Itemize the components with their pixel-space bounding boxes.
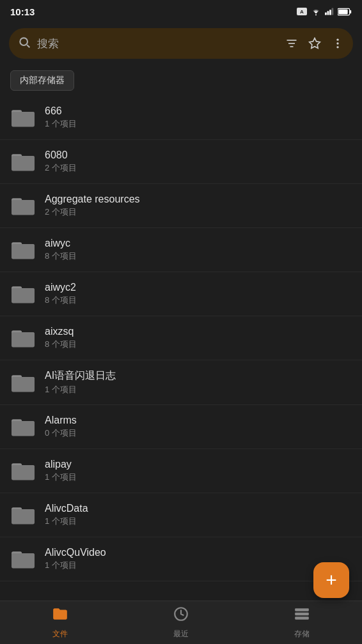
folder-name: 6080 — [45, 150, 77, 161]
folder-icon — [10, 105, 36, 130]
folder-icon — [10, 281, 36, 307]
folder-icon — [10, 149, 36, 174]
svg-point-16 — [336, 46, 338, 48]
search-bar[interactable]: 搜索 — [9, 28, 353, 59]
svg-rect-2 — [327, 11, 329, 15]
folder-icon — [10, 325, 36, 351]
folder-icon — [10, 237, 36, 263]
star-icon[interactable] — [308, 37, 321, 50]
svg-rect-7 — [338, 9, 347, 14]
breadcrumb-button[interactable]: 内部存储器 — [10, 70, 74, 91]
network-icon: A — [297, 8, 307, 15]
battery-icon — [338, 8, 352, 16]
svg-rect-25 — [12, 200, 35, 214]
list-item[interactable]: Aggregate resources 2 个项目 — [0, 184, 362, 228]
bottom-nav: 文件 最近 存储 — [0, 601, 362, 644]
svg-point-0 — [315, 14, 317, 15]
list-item[interactable]: AI语音闪退日志 1 个项目 — [0, 360, 362, 405]
wifi-icon — [311, 7, 321, 16]
nav-icon-recent — [173, 606, 189, 626]
folder-name: alipay — [45, 459, 77, 470]
folder-name: 666 — [45, 105, 77, 117]
folder-name: AlivcData — [45, 503, 88, 514]
search-placeholder: 搜索 — [37, 36, 285, 51]
list-item[interactable]: 6080 2 个项目 — [0, 140, 362, 184]
svg-rect-51 — [295, 608, 309, 611]
folder-icon — [10, 546, 36, 572]
folder-icon — [10, 414, 36, 440]
list-item[interactable]: aixzsq 8 个项目 — [0, 316, 362, 360]
folder-count: 0 个项目 — [45, 427, 77, 439]
svg-marker-13 — [310, 38, 320, 49]
folder-count: 1 个项目 — [45, 560, 106, 571]
folder-count: 8 个项目 — [45, 250, 77, 262]
folder-name: aixzsq — [45, 326, 77, 337]
svg-point-8 — [20, 38, 28, 45]
content-area: 内部存储器 666 1 个项目 6080 2 个项目 — [0, 65, 362, 635]
folder-name: aiwyc2 — [45, 282, 77, 293]
svg-point-14 — [336, 39, 338, 41]
svg-rect-37 — [12, 377, 35, 391]
svg-point-15 — [336, 42, 338, 44]
svg-line-9 — [27, 45, 29, 47]
nav-label-storage: 存储 — [294, 629, 310, 640]
list-item[interactable]: aiwyc 8 个项目 — [0, 228, 362, 272]
svg-rect-4 — [332, 8, 334, 15]
more-icon[interactable] — [331, 37, 344, 50]
folder-list: 666 1 个项目 6080 2 个项目 Aggregate resources… — [0, 93, 362, 584]
folder-name: AlivcQuVideo — [45, 547, 106, 558]
signal-icon — [325, 7, 334, 16]
list-item[interactable]: AlivcQuVideo 1 个项目 — [0, 537, 362, 581]
fab-add-button[interactable]: + — [313, 562, 349, 598]
svg-rect-3 — [329, 10, 331, 15]
folder-count: 1 个项目 — [45, 471, 77, 483]
folder-icon — [10, 502, 36, 528]
folder-icon — [10, 370, 36, 395]
status-bar: 10:13 A — [0, 0, 362, 23]
list-item[interactable]: AlivcData 1 个项目 — [0, 493, 362, 537]
folder-count: 1 个项目 — [45, 384, 116, 395]
svg-rect-52 — [295, 613, 309, 615]
list-item[interactable]: Alarms 0 个项目 — [0, 405, 362, 449]
folder-count: 2 个项目 — [45, 162, 77, 174]
folder-name: Alarms — [45, 415, 77, 426]
status-icons: A — [297, 7, 352, 16]
svg-rect-19 — [12, 112, 35, 126]
svg-rect-22 — [12, 156, 35, 170]
status-time: 10:13 — [10, 6, 35, 17]
svg-rect-34 — [12, 332, 35, 346]
folder-count: 1 个项目 — [45, 516, 88, 527]
list-item[interactable]: alipay 1 个项目 — [0, 449, 362, 493]
filter-icon[interactable] — [285, 37, 298, 50]
nav-icon-storage — [294, 606, 310, 626]
search-icon — [18, 36, 31, 52]
svg-rect-31 — [12, 288, 35, 302]
svg-rect-28 — [12, 244, 35, 258]
folder-name: AI语音闪退日志 — [45, 369, 116, 383]
folder-count: 1 个项目 — [45, 118, 77, 130]
nav-label-recent: 最近 — [173, 629, 189, 640]
svg-rect-53 — [295, 617, 309, 619]
folder-icon — [10, 193, 36, 218]
folder-count: 2 个项目 — [45, 206, 140, 218]
search-action-icons — [285, 37, 344, 50]
svg-rect-43 — [12, 465, 35, 479]
svg-rect-46 — [12, 509, 35, 523]
list-item[interactable]: aiwyc2 8 个项目 — [0, 272, 362, 316]
svg-rect-6 — [350, 10, 351, 13]
nav-item-files[interactable]: 文件 — [0, 606, 121, 640]
folder-icon — [10, 458, 36, 484]
fab-plus-icon: + — [326, 571, 337, 590]
folder-name: aiwyc — [45, 238, 77, 249]
list-item[interactable]: 666 1 个项目 — [0, 96, 362, 140]
folder-count: 8 个项目 — [45, 339, 77, 350]
nav-label-files: 文件 — [52, 629, 68, 640]
nav-item-storage[interactable]: 存储 — [241, 606, 362, 640]
svg-rect-49 — [12, 553, 35, 567]
nav-item-recent[interactable]: 最近 — [121, 606, 242, 640]
nav-icon-files — [52, 606, 68, 626]
breadcrumb: 内部存储器 — [0, 65, 362, 93]
folder-name: Aggregate resources — [45, 194, 140, 205]
svg-rect-40 — [12, 421, 35, 435]
svg-rect-1 — [325, 12, 327, 15]
